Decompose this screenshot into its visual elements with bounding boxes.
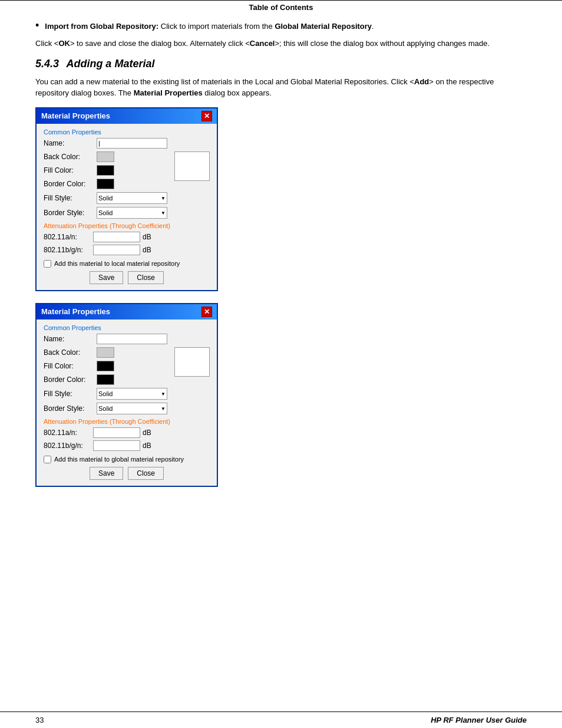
dialog1-a-input[interactable] — [93, 232, 140, 242]
dialog1-close-icon[interactable]: ✕ — [201, 111, 212, 121]
bullet-item: • Import from Global Repository: Click t… — [35, 21, 527, 32]
dialog1-b-input[interactable] — [93, 245, 140, 255]
dialog1-fill-color-row: Fill Color: — [44, 165, 170, 176]
dialog1-checkbox-row: Add this material to local material repo… — [44, 260, 210, 268]
dialog1-fill-style-row: Fill Style: Solid — [44, 192, 210, 204]
dialog1-fill-style-select[interactable]: Solid — [97, 192, 167, 204]
dialog2-body: Common Properties Name: Back Color: — [37, 319, 217, 486]
dialog2-border-color-label: Border Color: — [44, 375, 97, 384]
dialog2-a-unit: dB — [143, 429, 151, 437]
dialog1-fill-style-wrapper: Solid — [97, 192, 167, 204]
section-title: Adding a Material — [66, 58, 154, 70]
dialog2-border-style-select[interactable]: Solid — [97, 403, 167, 414]
dialog1-border-color-row: Border Color: — [44, 179, 170, 189]
dialog2-close-icon[interactable]: ✕ — [201, 307, 212, 317]
paragraph-2: You can add a new material to the existi… — [35, 76, 527, 99]
dialog2-common-props-label: Common Properties — [44, 324, 210, 331]
dialog2-b-input[interactable] — [93, 440, 140, 451]
paragraph-1: Click <OK> to save and close the dialog … — [35, 38, 527, 50]
dialog2-border-color-row: Border Color: — [44, 374, 170, 385]
dialog2-checkbox-label: Add this material to global material rep… — [54, 456, 184, 463]
dialog1-close-button[interactable]: Close — [128, 271, 164, 284]
dialog2-save-button[interactable]: Save — [90, 467, 123, 480]
dialog1-a-label: 802.11a/n: — [44, 233, 91, 241]
dialog2-border-color-swatch[interactable] — [97, 374, 114, 385]
page: Table of Contents • Import from Global R… — [0, 0, 562, 728]
bullet-bold-text: Global Material Repository — [275, 22, 372, 31]
dialog1-preview-box — [174, 151, 210, 181]
dialog1-common-props-label: Common Properties — [44, 129, 210, 136]
bullet-period: . — [372, 22, 374, 31]
dialog2-checkbox-row: Add this material to global material rep… — [44, 456, 210, 463]
dialog2-button-row: Save Close — [44, 467, 210, 480]
dialog2-a-input[interactable] — [93, 427, 140, 438]
dialog2-checkbox[interactable] — [44, 456, 51, 463]
dialog2-fill-color-swatch[interactable] — [97, 361, 114, 371]
dialog2-name-row: Name: — [44, 334, 210, 344]
dialog2-title: Material Properties — [41, 307, 110, 316]
footer-page-number: 33 — [35, 716, 44, 724]
bullet-bold-label: Import from Global Repository: — [45, 22, 158, 31]
dialog1-border-style-label: Border Style: — [44, 209, 97, 217]
dialog1-b-label: 802.11b/g/n: — [44, 246, 91, 254]
dialog2-attenuation-label: Attenuation Properties (Through Coeffici… — [44, 418, 210, 425]
dialog2-fill-style-select[interactable]: Solid — [97, 388, 167, 400]
dialog1-b-row: 802.11b/g/n: dB — [44, 245, 210, 255]
dialog2-border-style-row: Border Style: Solid — [44, 403, 210, 414]
dialog2-titlebar: Material Properties ✕ — [37, 304, 217, 319]
dialog2-a-label: 802.11a/n: — [44, 429, 91, 437]
dialog1-b-unit: dB — [143, 246, 151, 254]
dialog1-title: Material Properties — [41, 111, 110, 120]
bullet-icon: • — [35, 20, 39, 31]
dialog1-border-style-wrapper: Solid — [97, 207, 167, 219]
dialog2-b-row: 802.11b/g/n: dB — [44, 440, 210, 451]
dialog1-save-button[interactable]: Save — [90, 271, 123, 284]
main-content: • Import from Global Repository: Click t… — [0, 15, 562, 711]
bullet-section: • Import from Global Repository: Click t… — [35, 21, 527, 32]
dialog2-a-row: 802.11a/n: dB — [44, 427, 210, 438]
dialog2: Material Properties ✕ Common Properties … — [35, 303, 218, 487]
dialog2-color-section: Back Color: Fill Color: Border Color: — [44, 347, 210, 388]
footer-title: HP RF Planner User Guide — [431, 716, 527, 724]
dialog2-fill-color-row: Fill Color: — [44, 361, 170, 371]
dialog2-name-input[interactable] — [97, 334, 167, 344]
dialog2-close-button[interactable]: Close — [128, 467, 164, 480]
dialog1-checkbox[interactable] — [44, 260, 51, 268]
dialog1-border-style-row: Border Style: Solid — [44, 207, 210, 219]
dialog1-name-row: Name: — [44, 138, 210, 149]
dialog2-fill-style-wrapper: Solid — [97, 388, 167, 400]
dialog1-fill-style-label: Fill Style: — [44, 194, 97, 202]
header-title: Table of Contents — [249, 3, 313, 12]
dialog1-back-color-row: Back Color: — [44, 151, 170, 162]
dialog2-fill-style-row: Fill Style: Solid — [44, 388, 210, 400]
footer: 33 HP RF Planner User Guide — [0, 711, 562, 728]
dialog2-back-color-label: Back Color: — [44, 348, 97, 357]
dialog1-body: Common Properties Name: Back Color: — [37, 124, 217, 290]
dialog2-border-style-wrapper: Solid — [97, 403, 167, 414]
dialog2-color-fields: Back Color: Fill Color: Border Color: — [44, 347, 170, 388]
dialog2-name-label: Name: — [44, 335, 97, 343]
section-number: 5.4.3 — [35, 58, 59, 70]
dialog2-fill-color-label: Fill Color: — [44, 362, 97, 370]
bullet-text: Import from Global Repository: Click to … — [45, 21, 373, 32]
dialog1-a-unit: dB — [143, 233, 151, 241]
dialog2-b-label: 802.11b/g/n: — [44, 442, 91, 450]
dialog1-border-style-select[interactable]: Solid — [97, 207, 167, 219]
dialog1-back-color-swatch[interactable] — [97, 151, 114, 162]
dialog1-attenuation-label: Attenuation Properties (Through Coeffici… — [44, 222, 210, 229]
dialog1-a-row: 802.11a/n: dB — [44, 232, 210, 242]
dialog1-fill-color-swatch[interactable] — [97, 165, 114, 176]
dialog1-container: Material Properties ✕ Common Properties … — [35, 107, 527, 291]
dialog1: Material Properties ✕ Common Properties … — [35, 107, 218, 291]
dialog1-back-color-label: Back Color: — [44, 153, 97, 161]
dialog2-preview-box — [174, 347, 210, 377]
dialog2-back-color-swatch[interactable] — [97, 347, 114, 358]
dialog1-color-section: Back Color: Fill Color: Border Color: — [44, 151, 210, 192]
dialog1-name-input[interactable] — [97, 138, 167, 149]
dialog1-border-color-swatch[interactable] — [97, 179, 114, 189]
header-bar: Table of Contents — [0, 0, 562, 15]
dialog1-fill-color-label: Fill Color: — [44, 166, 97, 174]
dialog1-border-color-label: Border Color: — [44, 180, 97, 188]
dialog1-titlebar: Material Properties ✕ — [37, 108, 217, 124]
dialog2-back-color-row: Back Color: — [44, 347, 170, 358]
